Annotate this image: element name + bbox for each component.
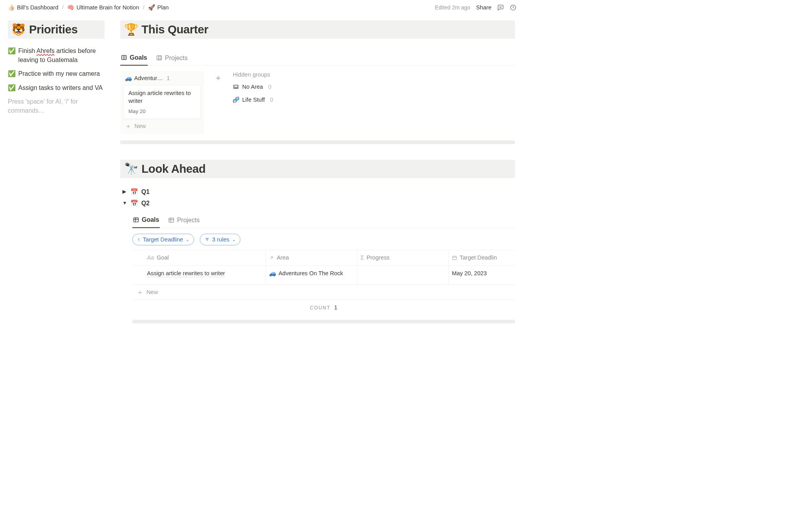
toggle-q1[interactable]: ▶ 📅 Q1 [120, 186, 515, 197]
breadcrumb-dashboard[interactable]: 👍🏻 Bill's Dashboard [6, 3, 60, 12]
breadcrumb-plan[interactable]: 🚀 Plan [146, 3, 170, 12]
plus-icon: ＋ [214, 72, 222, 84]
hidden-group-count: 0 [270, 97, 273, 103]
tab-projects[interactable]: Projects [156, 52, 188, 65]
breadcrumb-label: Ultimate Brain for Notion [77, 4, 139, 11]
this-quarter-title: This Quarter [141, 23, 208, 36]
sort-chip[interactable]: ↑ Target Deadline ⌄ [132, 234, 194, 245]
look-ahead-header: 🔭 Look Ahead [120, 160, 515, 178]
horizontal-scrollbar[interactable] [120, 141, 515, 144]
card-title: Assign article rewrites to writer [128, 90, 196, 105]
cell-text: May 20, 2023 [452, 270, 487, 277]
hidden-groups-title: Hidden groups [233, 71, 273, 78]
priorities-header: 🐯 Priorities [8, 20, 104, 39]
count-label: COUNT [310, 305, 330, 310]
cell-area[interactable]: 🚙 Adventures On The Rock [266, 266, 357, 285]
breadcrumb-ultimate-brain[interactable]: 🧠 Ultimate Brain for Notion [66, 3, 141, 12]
priorities-title: Priorities [29, 23, 78, 36]
thumbs-up-icon: 👍🏻 [8, 4, 15, 11]
relation-icon [269, 255, 274, 260]
main-column: 🏆 This Quarter Goals Projects [120, 20, 515, 324]
column-header-progress[interactable]: Σ Progress [357, 250, 449, 266]
svg-rect-18 [453, 256, 457, 260]
svg-rect-3 [122, 55, 126, 60]
arrow-up-icon: ↑ [137, 236, 140, 243]
new-label: New [146, 289, 158, 296]
priority-item[interactable]: ✅ Practice with my new camera [8, 69, 104, 78]
tab-label: Goals [142, 216, 159, 224]
horizontal-scrollbar[interactable] [132, 320, 515, 324]
empty-block-hint[interactable]: Press 'space' for AI, '/' for commands… [8, 97, 104, 115]
check-icon: ✅ [8, 47, 16, 55]
tab-projects[interactable]: Projects [168, 214, 200, 228]
tab-label: Goals [130, 54, 147, 61]
filter-chip[interactable]: 3 rules ⌄ [200, 234, 240, 245]
toggle-q2[interactable]: ▼ 📅 Q2 [120, 197, 515, 209]
column-header-goal[interactable]: Aa Goal [132, 250, 266, 266]
cell-goal[interactable]: Assign article rewrites to writer [132, 266, 266, 285]
board-card[interactable]: Assign article rewrites to writer May 20 [123, 85, 201, 119]
hidden-group-no-area[interactable]: No Area 0 [233, 83, 273, 90]
board-row: 🚙 Adventur… 1 Assign article rewrites to… [120, 71, 515, 134]
hidden-group-label: Life Stuff [242, 97, 265, 103]
tab-goals[interactable]: Goals [120, 52, 148, 66]
table-new-button[interactable]: ＋ New [132, 285, 515, 300]
count-value: 1 [334, 304, 337, 311]
add-column-button[interactable]: ＋ [212, 71, 225, 84]
board-column-title: Adventur… [134, 75, 163, 82]
hidden-groups: Hidden groups No Area 0 🧬 Life Stuff 0 [233, 71, 273, 110]
comments-icon[interactable] [497, 4, 504, 11]
breadcrumb-separator: / [142, 4, 145, 11]
priority-item[interactable]: ✅ Assign tasks to writers and VA [8, 83, 104, 92]
look-ahead-title: Look Ahead [141, 163, 205, 176]
look-ahead-tabs: Goals Projects [132, 214, 515, 228]
board-column-adventures: 🚙 Adventur… 1 Assign article rewrites to… [120, 71, 204, 134]
table-icon [133, 217, 139, 223]
board-new-button[interactable]: ＋ New [123, 119, 201, 131]
priority-text: Assign tasks to writers and VA [18, 83, 103, 92]
column-header-deadline[interactable]: Target Deadlin [449, 250, 515, 266]
chevron-down-icon: ⌄ [186, 237, 189, 242]
telescope-icon: 🔭 [124, 163, 139, 175]
board-column-header[interactable]: 🚙 Adventur… 1 [123, 74, 201, 85]
check-icon: ✅ [8, 83, 16, 92]
svg-rect-6 [157, 56, 161, 60]
topbar: 👍🏻 Bill's Dashboard / 🧠 Ultimate Brain f… [0, 0, 523, 15]
svg-rect-12 [169, 218, 174, 223]
calendar-icon [452, 255, 457, 260]
cell-deadline[interactable]: May 20, 2023 [449, 266, 515, 285]
column-header-area[interactable]: Area [266, 250, 357, 266]
priorities-column: 🐯 Priorities ✅ Finish Ahrefs articles be… [8, 20, 104, 115]
history-icon[interactable] [510, 4, 516, 11]
page-body: 🐯 Priorities ✅ Finish Ahrefs articles be… [0, 15, 523, 334]
hidden-group-life-stuff[interactable]: 🧬 Life Stuff 0 [233, 97, 273, 103]
table-count: COUNT 1 [132, 300, 515, 314]
top-actions: Edited 2m ago Share [435, 4, 516, 11]
toggle-label: Q1 [141, 188, 150, 196]
table-header-row: Aa Goal Area Σ Progress Ta [132, 250, 515, 266]
spellcheck-underline: Ahrefs [37, 48, 55, 55]
tab-goals[interactable]: Goals [132, 214, 160, 228]
table-row[interactable]: Assign article rewrites to writer 🚙 Adve… [132, 266, 515, 285]
triangle-down-icon: ▼ [123, 201, 127, 206]
breadcrumbs: 👍🏻 Bill's Dashboard / 🧠 Ultimate Brain f… [6, 3, 170, 12]
share-button[interactable]: Share [476, 4, 491, 11]
view-chips: ↑ Target Deadline ⌄ 3 rules ⌄ [132, 234, 515, 245]
cell-progress[interactable] [357, 266, 449, 285]
triangle-right-icon: ▶ [123, 189, 127, 195]
board-column-count: 1 [167, 75, 170, 82]
sigma-icon: Σ [360, 254, 364, 261]
priority-item[interactable]: ✅ Finish Ahrefs articles before leaving … [8, 47, 104, 64]
sort-label: Target Deadline [143, 236, 183, 243]
new-label: New [134, 123, 146, 130]
truck-icon: 🚙 [125, 75, 132, 82]
inbox-icon [233, 84, 239, 90]
truck-icon: 🚙 [269, 270, 276, 277]
header-label: Target Deadlin [460, 254, 497, 261]
rocket-icon: 🚀 [148, 4, 155, 11]
table-icon [168, 217, 174, 223]
tab-label: Projects [165, 54, 188, 62]
hidden-group-label: No Area [242, 83, 263, 90]
chevron-down-icon: ⌄ [232, 237, 236, 242]
this-quarter-header: 🏆 This Quarter [120, 20, 515, 39]
